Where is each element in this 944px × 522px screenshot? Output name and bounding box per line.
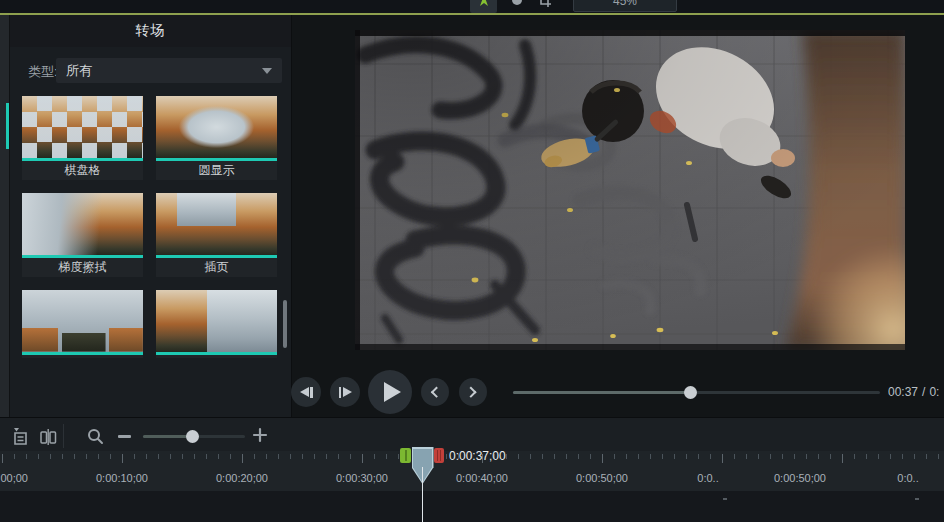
previous-frame-icon xyxy=(300,387,309,397)
ruler-tick xyxy=(590,454,591,459)
type-filter-dropdown[interactable]: 所有 xyxy=(56,58,282,83)
play-button[interactable] xyxy=(368,370,412,414)
ruler-tick xyxy=(830,454,831,459)
transition-thumbnail[interactable] xyxy=(22,96,143,158)
ruler-tick xyxy=(674,454,675,459)
hand-tool-button[interactable] xyxy=(503,0,530,13)
type-filter-value: 所有 xyxy=(66,62,92,80)
ruler-tick xyxy=(614,454,615,459)
ruler-tick xyxy=(566,454,567,459)
transition-label xyxy=(156,355,277,359)
timeline-section: 0:00:00;00 0:00:10;00 0:00:20;00 0:00:30… xyxy=(0,417,944,522)
ruler-tick xyxy=(14,454,15,459)
ruler-tick xyxy=(758,454,759,459)
add-to-track-button[interactable] xyxy=(10,426,30,446)
ruler-tick xyxy=(698,454,699,459)
ruler-tick xyxy=(242,454,243,463)
toolbar-divider xyxy=(63,424,64,448)
track-mark xyxy=(723,498,727,500)
ruler-tick xyxy=(866,454,867,459)
transitions-grid: 棋盘格 圆显示 梯度擦拭 插页 xyxy=(22,96,280,358)
timeline-zoom-button[interactable] xyxy=(86,427,106,447)
chevron-right-icon xyxy=(466,386,478,398)
transition-thumbnail[interactable] xyxy=(22,193,143,255)
ruler-tick xyxy=(266,454,267,459)
ruler-tick xyxy=(74,454,75,459)
seek-slider-handle[interactable] xyxy=(684,386,697,399)
transition-item[interactable] xyxy=(22,290,143,358)
select-tool-button[interactable] xyxy=(470,0,497,13)
ruler-label: 0:00:30;00 xyxy=(336,472,388,484)
ruler-tick xyxy=(122,454,123,463)
ruler-tick xyxy=(314,454,315,459)
crop-icon xyxy=(537,0,552,8)
playhead-line[interactable] xyxy=(422,467,424,522)
split-icon xyxy=(38,426,58,446)
ruler-tick xyxy=(938,454,939,459)
type-filter-label: 类型: xyxy=(28,63,58,81)
transition-item[interactable]: 梯度擦拭 xyxy=(22,193,143,277)
timeline-zoom-handle[interactable] xyxy=(186,430,199,443)
ruler-tick xyxy=(38,454,39,459)
ruler-tick xyxy=(326,454,327,459)
in-point-marker[interactable] xyxy=(400,448,411,463)
frame-bar xyxy=(310,387,313,398)
ruler-tick xyxy=(134,454,135,459)
transition-item[interactable] xyxy=(156,290,277,358)
transition-thumbnail[interactable] xyxy=(156,290,277,352)
type-filter-row: 类型: 所有 xyxy=(10,47,291,95)
magnifier-icon xyxy=(86,427,104,445)
previous-clip-button[interactable] xyxy=(421,378,449,406)
ruler-tick xyxy=(398,454,399,459)
ruler-tick xyxy=(86,454,87,459)
ruler-tick xyxy=(734,454,735,459)
cursor-icon xyxy=(477,0,491,7)
transition-item[interactable]: 插页 xyxy=(156,193,277,277)
transition-item[interactable]: 圆显示 xyxy=(156,96,277,180)
ruler-tick xyxy=(686,454,687,459)
time-display: 00:37 / 0: xyxy=(888,385,944,399)
transition-item[interactable]: 棋盘格 xyxy=(22,96,143,180)
top-toolbar: 45% xyxy=(0,0,944,13)
hand-icon xyxy=(510,0,524,7)
split-clip-button[interactable] xyxy=(38,426,58,446)
preview-zoom-dropdown[interactable]: 45% xyxy=(573,0,677,12)
ruler-tick xyxy=(350,454,351,459)
ruler-tick xyxy=(302,454,303,459)
ruler-tick xyxy=(722,454,723,463)
ruler-tick xyxy=(578,454,579,459)
ruler-tick xyxy=(878,454,879,459)
next-clip-button[interactable] xyxy=(459,378,487,406)
next-frame-button[interactable] xyxy=(330,377,360,407)
play-icon xyxy=(384,382,401,402)
timeline-zoom-fill xyxy=(143,435,190,439)
ruler-tick xyxy=(278,454,279,459)
ruler-tick xyxy=(818,454,819,459)
previous-frame-button[interactable] xyxy=(291,377,321,407)
ruler-tick xyxy=(914,454,915,459)
app-window: 45% 转场 类型: 所有 棋盘格 xyxy=(0,0,944,522)
video-frame[interactable] xyxy=(355,30,905,350)
seek-slider[interactable] xyxy=(513,391,880,394)
zoom-in-button[interactable] xyxy=(252,427,272,447)
ruler-tick xyxy=(2,454,3,463)
timeline-track-area[interactable] xyxy=(0,491,944,522)
ruler-tick xyxy=(626,454,627,459)
transition-label: 梯度擦拭 xyxy=(22,258,143,277)
panel-scrollbar[interactable] xyxy=(283,300,288,348)
transition-thumbnail[interactable] xyxy=(156,193,277,255)
transition-label xyxy=(22,355,143,359)
left-tab-strip[interactable] xyxy=(0,15,10,417)
crop-tool-button[interactable] xyxy=(531,0,558,13)
out-point-marker[interactable] xyxy=(434,448,444,463)
transition-thumbnail[interactable] xyxy=(22,290,143,352)
preview-pane xyxy=(292,15,944,368)
ruler-tick xyxy=(902,454,903,459)
ruler-label: 0:00:40;00 xyxy=(456,472,508,484)
transition-thumbnail[interactable] xyxy=(156,96,277,158)
ruler-tick xyxy=(638,454,639,459)
ruler-tick xyxy=(170,454,171,459)
frame-bar xyxy=(339,387,342,398)
zoom-out-button[interactable] xyxy=(118,435,131,438)
playback-controls: 00:37 / 0: xyxy=(292,368,944,417)
